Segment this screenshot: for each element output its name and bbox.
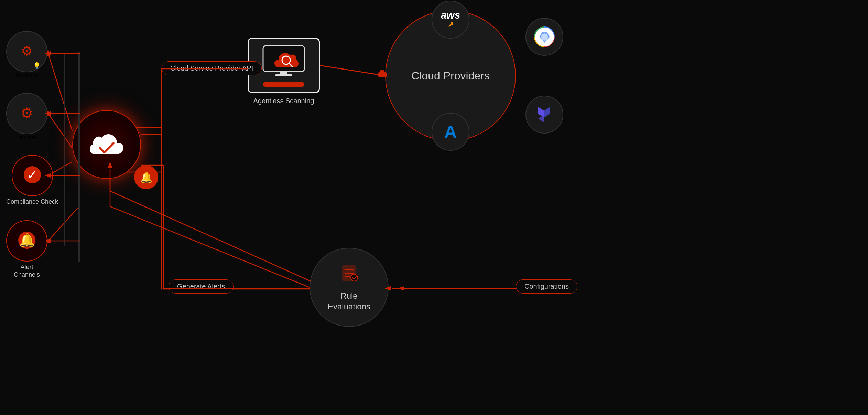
- svg-rect-11: [275, 74, 292, 76]
- solutions-subicon: 💡: [33, 62, 41, 70]
- azure-icon: A: [432, 113, 469, 151]
- gcp-logo: [534, 26, 555, 47]
- cloud-providers-node: aws ↗ A: [385, 10, 516, 141]
- svg-line-34: [320, 65, 384, 76]
- rule-evaluations-circle: Rule Evaluations: [310, 248, 389, 327]
- diagram-container: ⚙ 💡 Solutions ⚙ Features ✓ Compliance Ch…: [0, 0, 868, 415]
- solutions-icon: ⚙: [21, 43, 33, 58]
- bell-icon: 🔔: [140, 171, 153, 183]
- solutions-label: Solutions: [15, 72, 38, 78]
- scan-progress-bar: [263, 82, 304, 87]
- svg-rect-4: [64, 53, 65, 246]
- terraform-icon: [525, 96, 563, 134]
- azure-logo: A: [444, 122, 457, 142]
- compliance-icon: ✓: [24, 166, 41, 183]
- alert-channels-label: AlertChannels: [14, 264, 40, 278]
- aws-arrow-icon: ↗: [441, 20, 460, 29]
- rule-evaluations-label: Rule Evaluations: [328, 290, 370, 312]
- compliance-node: ✓ Compliance Check: [6, 155, 58, 206]
- svg-marker-14: [538, 107, 544, 117]
- features-icon: ⚙: [20, 105, 33, 121]
- svg-point-21: [351, 274, 358, 281]
- agentless-label: Agentless Scanning: [253, 97, 314, 105]
- aws-icon: aws ↗: [432, 1, 469, 39]
- features-node: ⚙ Features: [6, 93, 47, 140]
- cloud-providers-circle: aws ↗ A: [385, 10, 516, 141]
- center-cloud-node: [72, 110, 141, 179]
- rule-eval-icon: [339, 263, 359, 288]
- bell-notification: 🔔: [134, 165, 158, 189]
- svg-rect-37: [382, 70, 384, 73]
- agentless-icon: [261, 44, 306, 78]
- svg-line-41: [110, 191, 311, 281]
- svg-marker-6: [397, 286, 404, 290]
- alert-channels-node: 🔔 AlertChannels: [6, 220, 47, 278]
- cloud-providers-label: Cloud Providers: [411, 69, 490, 82]
- generate-alerts-label: Generate Alerts: [169, 279, 234, 294]
- aws-text: aws: [441, 10, 460, 20]
- svg-rect-10: [280, 72, 287, 74]
- rule-evaluations-node: Rule Evaluations: [310, 248, 389, 327]
- configurations-label: Configurations: [516, 279, 577, 294]
- cloud-service-api-label: Cloud Service Provider API: [162, 61, 262, 75]
- terraform-logo: [534, 104, 555, 125]
- alert-channels-icon: 🔔: [18, 232, 35, 249]
- svg-marker-16: [538, 115, 544, 122]
- features-label: Features: [16, 134, 37, 140]
- svg-rect-36: [380, 70, 382, 73]
- gcp-icon: [525, 18, 563, 56]
- svg-marker-15: [544, 107, 550, 117]
- compliance-label: Compliance Check: [6, 198, 58, 206]
- cloud-check-icon: [88, 131, 126, 158]
- solutions-node: ⚙ 💡 Solutions: [6, 31, 47, 78]
